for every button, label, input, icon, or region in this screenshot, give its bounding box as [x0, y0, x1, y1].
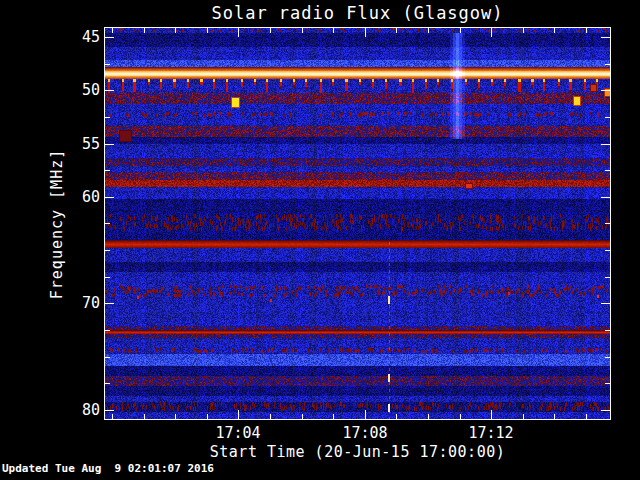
y-tick-label: 50: [0, 81, 100, 99]
spectrogram-page: Solar radio Flux (Glasgow) Frequency [MH…: [0, 0, 640, 480]
y-tick-label: 80: [0, 401, 100, 419]
x-tick-label: 17:04: [206, 424, 270, 442]
y-tick-label: 55: [0, 135, 100, 153]
y-tick-label: 45: [0, 28, 100, 46]
updated-timestamp: Updated Tue Aug 9 02:01:07 2016: [2, 462, 214, 475]
y-tick-label: 60: [0, 188, 100, 206]
y-axis-label: Frequency [MHz]: [48, 149, 66, 299]
y-tick-label: 70: [0, 294, 100, 312]
x-tick-label: 17:12: [459, 424, 523, 442]
spectrogram-canvas: [104, 27, 611, 420]
x-axis-label: Start Time (20-Jun-15 17:00:00): [105, 443, 610, 461]
x-tick-label: 17:08: [333, 424, 397, 442]
page-title: Solar radio Flux (Glasgow): [105, 3, 610, 23]
